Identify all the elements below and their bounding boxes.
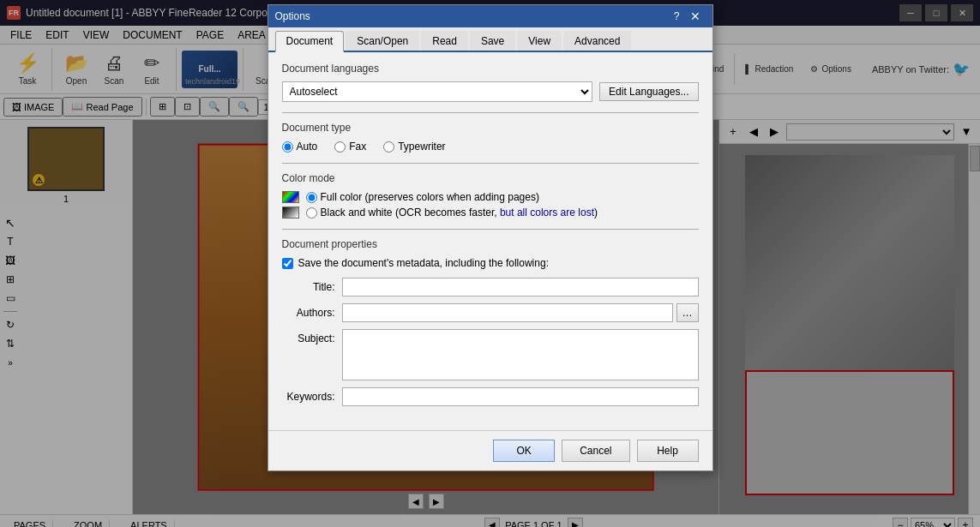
subject-textarea[interactable]: [342, 329, 699, 380]
tab-save[interactable]: Save: [470, 31, 515, 51]
title-field-label: Title:: [282, 281, 342, 293]
bw-color-text: Black and white (OCR becomes faster, but…: [321, 207, 598, 219]
auto-radio[interactable]: [282, 141, 293, 153]
dialog-titlebar: Options ? ✕: [268, 5, 712, 27]
dialog-close-button[interactable]: ✕: [685, 8, 706, 25]
full-color-label[interactable]: Full color (preserves colors when adding…: [306, 191, 539, 203]
edit-languages-button[interactable]: Edit Languages...: [599, 82, 698, 101]
divider-2: [282, 163, 699, 164]
save-metadata-checkbox[interactable]: [282, 258, 293, 269]
dialog-overlay: Options ? ✕ Document Scan/Open Read Save: [0, 0, 980, 527]
doc-type-row: Auto Fax Typewriter: [282, 141, 699, 153]
color-mode-label: Color mode: [282, 172, 699, 184]
help-button[interactable]: Help: [637, 440, 699, 462]
tab-read[interactable]: Read: [421, 31, 468, 51]
tab-document[interactable]: Document: [275, 31, 345, 52]
save-metadata-row: Save the document's metadata, including …: [282, 257, 699, 269]
dialog-body: Document languages Autoselect Edit Langu…: [268, 52, 712, 423]
divider-3: [282, 229, 699, 230]
title-field-row: Title:: [282, 278, 699, 296]
tab-advanced[interactable]: Advanced: [563, 31, 631, 51]
fax-label: Fax: [349, 141, 366, 153]
keywords-field-row: Keywords:: [282, 387, 699, 406]
doc-type-label: Document type: [282, 122, 699, 134]
app-window: FR Untitled document [1] - ABBYY FineRea…: [0, 0, 980, 527]
bw-color-row: Black and white (OCR becomes faster, but…: [282, 207, 699, 219]
full-color-text: Full color (preserves colors when adding…: [321, 191, 539, 203]
divider-1: [282, 112, 699, 113]
dialog-help-button[interactable]: ?: [669, 9, 685, 24]
bw-color-swatch: [282, 207, 299, 219]
auto-radio-label[interactable]: Auto: [282, 141, 318, 153]
full-color-swatch: [282, 191, 299, 203]
title-input[interactable]: [342, 278, 699, 296]
authors-input[interactable]: [342, 303, 673, 322]
keywords-field-label: Keywords:: [282, 391, 342, 403]
authors-field-row: Authors: …: [282, 303, 699, 322]
authors-browse-button[interactable]: …: [676, 303, 699, 322]
color-mode-section: Full color (preserves colors when adding…: [282, 191, 699, 219]
cancel-button[interactable]: Cancel: [562, 440, 629, 462]
tab-view[interactable]: View: [517, 31, 562, 51]
bw-color-label[interactable]: Black and white (OCR becomes faster, but…: [306, 207, 598, 219]
save-metadata-label: Save the document's metadata, including …: [298, 257, 549, 269]
subject-field-row: Subject:: [282, 329, 699, 380]
full-color-row: Full color (preserves colors when adding…: [282, 191, 699, 203]
full-color-radio[interactable]: [306, 192, 317, 203]
fax-radio[interactable]: [334, 141, 346, 153]
subject-field-label: Subject:: [282, 332, 342, 344]
ok-button[interactable]: OK: [493, 440, 555, 462]
fax-radio-label[interactable]: Fax: [334, 141, 366, 153]
keywords-input[interactable]: [342, 387, 699, 406]
typewriter-radio[interactable]: [383, 141, 394, 153]
doc-props-label: Document properties: [282, 238, 699, 250]
typewriter-label: Typewriter: [398, 141, 445, 153]
typewriter-radio-label[interactable]: Typewriter: [383, 141, 445, 153]
tab-scan-open[interactable]: Scan/Open: [346, 31, 419, 51]
languages-section-label: Document languages: [282, 63, 699, 75]
authors-field-label: Authors:: [282, 307, 342, 319]
options-dialog: Options ? ✕ Document Scan/Open Read Save: [268, 4, 713, 471]
dialog-footer: OK Cancel Help: [268, 430, 712, 470]
bw-radio[interactable]: [306, 207, 317, 219]
language-row: Autoselect Edit Languages...: [282, 81, 699, 102]
dialog-tabs: Document Scan/Open Read Save View Advanc…: [268, 27, 712, 52]
language-select[interactable]: Autoselect: [282, 81, 593, 102]
auto-label: Auto: [297, 141, 318, 153]
dialog-title: Options: [275, 10, 669, 22]
